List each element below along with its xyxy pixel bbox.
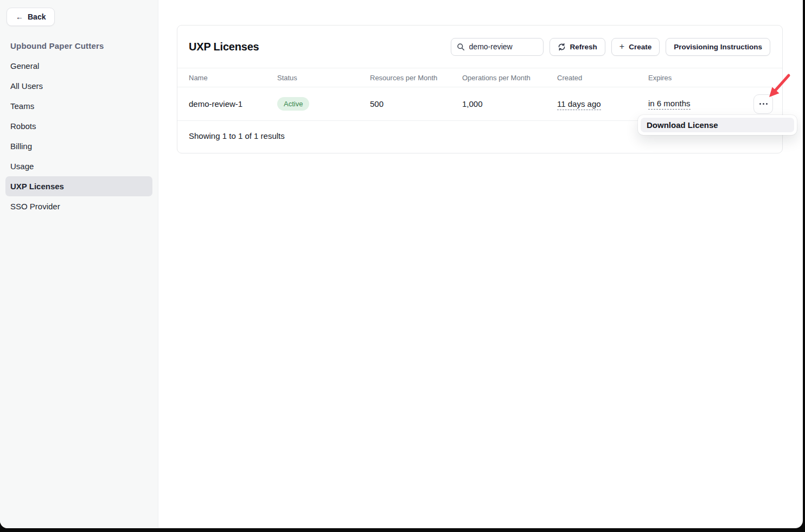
column-header-resources: Resources per Month <box>370 74 462 82</box>
ellipsis-icon <box>759 103 768 105</box>
app-window: ← Back Upbound Paper Cutters General All… <box>0 0 803 528</box>
provisioning-button-label: Provisioning Instructions <box>674 43 762 51</box>
sidebar-item-general[interactable]: General <box>5 56 152 76</box>
create-button[interactable]: + Create <box>611 38 660 56</box>
column-header-operations: Operations per Month <box>462 74 557 82</box>
row-actions-menu: Download License <box>638 115 797 135</box>
plus-icon: + <box>619 42 624 51</box>
cell-expires: in 6 months <box>648 94 782 114</box>
cell-resources-per-month: 500 <box>370 99 462 108</box>
column-header-status: Status <box>277 74 370 82</box>
org-title: Upbound Paper Cutters <box>10 41 104 50</box>
sidebar-item-all-users[interactable]: All Users <box>5 76 152 96</box>
settings-sidebar: ← Back Upbound Paper Cutters General All… <box>0 0 158 528</box>
sidebar-nav: General All Users Teams Robots Billing U… <box>0 56 158 216</box>
refresh-button[interactable]: Refresh <box>550 38 605 56</box>
cell-operations-per-month: 1,000 <box>462 99 557 108</box>
menu-item-download-license[interactable]: Download License <box>641 118 794 132</box>
refresh-icon <box>558 43 566 51</box>
page-title: UXP Licenses <box>189 41 259 53</box>
sidebar-item-uxp-licenses[interactable]: UXP Licenses <box>5 176 152 196</box>
column-header-name: Name <box>189 74 277 82</box>
search-icon <box>457 43 465 51</box>
status-badge: Active <box>277 97 309 111</box>
back-button-label: Back <box>28 12 46 21</box>
expires-relative-time: in 6 months <box>648 99 691 110</box>
provisioning-instructions-button[interactable]: Provisioning Instructions <box>666 38 770 56</box>
arrow-left-icon: ← <box>16 12 23 21</box>
refresh-button-label: Refresh <box>570 43 597 51</box>
search-box <box>451 38 544 56</box>
cell-created: 11 days ago <box>557 99 648 108</box>
card-header: UXP Licenses Refresh <box>177 25 782 68</box>
sidebar-item-usage[interactable]: Usage <box>5 156 152 176</box>
row-actions-button[interactable] <box>753 94 773 114</box>
create-button-label: Create <box>629 43 651 51</box>
cell-name: demo-review-1 <box>189 99 277 108</box>
column-header-expires: Expires <box>648 74 782 82</box>
cell-status: Active <box>277 97 370 111</box>
card-controls: Refresh + Create Provisioning Instructio… <box>451 38 770 56</box>
sidebar-item-billing[interactable]: Billing <box>5 136 152 156</box>
table-header-row: Name Status Resources per Month Operatio… <box>177 68 782 87</box>
created-relative-time: 11 days ago <box>557 99 601 110</box>
sidebar-item-robots[interactable]: Robots <box>5 116 152 136</box>
sidebar-item-teams[interactable]: Teams <box>5 96 152 116</box>
search-input[interactable] <box>469 42 538 51</box>
column-header-created: Created <box>557 74 648 82</box>
sidebar-item-sso-provider[interactable]: SSO Provider <box>5 196 152 216</box>
back-button[interactable]: ← Back <box>7 8 55 26</box>
